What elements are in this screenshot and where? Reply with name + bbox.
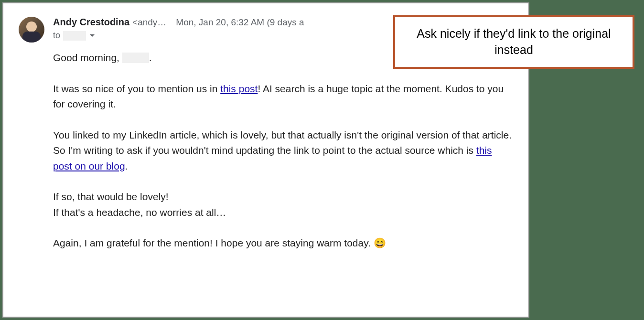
annotation-callout: Ask nicely if they'd link to the origina… xyxy=(393,15,634,69)
paragraph-2: It was so nice of you to mention us in t… xyxy=(53,81,513,112)
to-label: to xyxy=(53,31,60,41)
p2-text1: It was so nice of you to mention us in xyxy=(53,83,220,94)
sender-email: <andy… xyxy=(132,17,166,28)
email-timestamp: Mon, Jan 20, 6:32 AM (9 days a xyxy=(176,17,304,28)
recipient-redacted xyxy=(63,31,86,41)
p4-line1: If so, that would be lovely! xyxy=(53,189,513,205)
greeting-prefix: Good morning, xyxy=(53,52,122,63)
callout-text: Ask nicely if they'd link to the origina… xyxy=(417,27,611,56)
paragraph-3: You linked to my LinkedIn article, which… xyxy=(53,128,513,174)
name-redacted xyxy=(122,53,149,63)
email-body: Good morning, . It was so nice of you to… xyxy=(53,50,513,251)
sender-avatar[interactable] xyxy=(19,17,44,43)
greeting-suffix: . xyxy=(149,52,152,63)
link-this-post[interactable]: this post xyxy=(220,83,258,94)
chevron-down-icon[interactable] xyxy=(90,34,95,37)
sender-name[interactable]: Andy Crestodina xyxy=(53,17,129,28)
p3-text1: You linked to my LinkedIn article, which… xyxy=(53,129,512,156)
paragraph-5: Again, I am grateful for the mention! I … xyxy=(53,235,513,251)
p3-text2: . xyxy=(125,160,128,171)
p4-line2: If that's a headache, no worries at all… xyxy=(53,205,513,221)
